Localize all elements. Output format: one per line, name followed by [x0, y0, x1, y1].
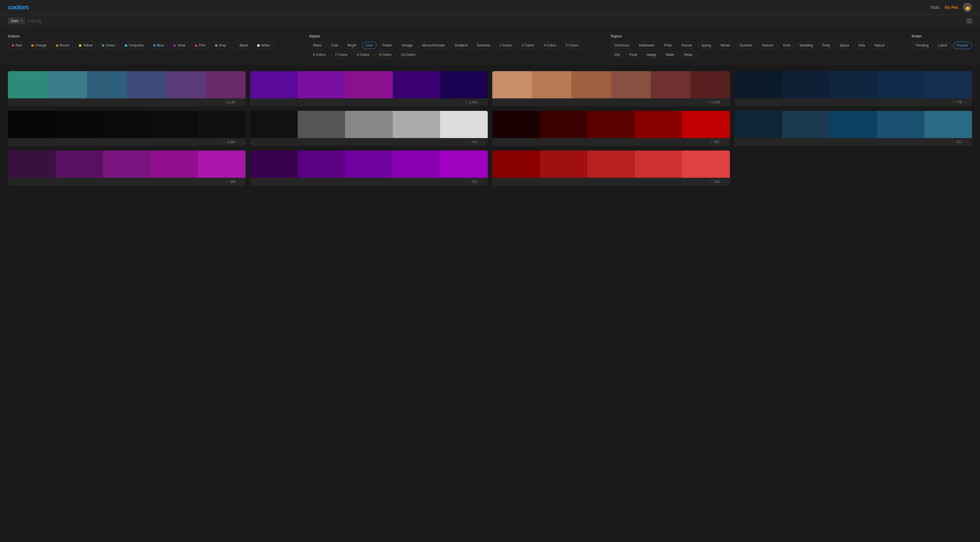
filter-style-tag[interactable]: 8 Colors	[353, 51, 374, 59]
swatch	[611, 71, 651, 99]
filter-topic-tag[interactable]: Space	[836, 42, 853, 49]
filter-order-tag[interactable]: Trending	[912, 42, 932, 49]
filter-order-tag[interactable]: Latest	[934, 42, 951, 49]
more-options-button[interactable]: ···	[480, 100, 485, 105]
filter-topic-tag[interactable]: Gold	[779, 42, 794, 49]
filter-style-tag[interactable]: 6 Colors	[309, 51, 329, 59]
like-count: ♡501	[468, 180, 477, 184]
palette-card[interactable]: ♡14.2K···	[8, 71, 245, 106]
filter-style-tag[interactable]: 9 Colors	[375, 51, 395, 59]
palette-card[interactable]: ♡470···	[250, 111, 488, 146]
filter-style-tag[interactable]: 5 Colors	[562, 42, 582, 49]
filter-topic-tag[interactable]: Relax	[680, 51, 697, 59]
filter-style-tag[interactable]: Dark	[362, 42, 377, 49]
heart-icon: ♡	[223, 140, 226, 144]
filter-color-tag[interactable]: Red	[8, 42, 25, 49]
palette-footer: ♡667···	[492, 138, 730, 146]
more-options-button[interactable]: ···	[238, 140, 243, 144]
swatch	[587, 151, 635, 178]
tools-link[interactable]: Tools	[931, 5, 940, 10]
filter-color-tag[interactable]: Brown	[52, 42, 73, 49]
filter-color-tag[interactable]: Green	[98, 42, 119, 49]
filter-topic-tag[interactable]: Spring	[698, 42, 715, 49]
palette-footer: ♡501···	[250, 178, 488, 186]
filter-style-tag[interactable]: 7 Colors	[331, 51, 352, 59]
logo[interactable]: coolors	[8, 4, 29, 11]
filter-topic-tag[interactable]: Summer	[736, 42, 756, 49]
filter-topic-tag[interactable]: Water	[662, 51, 678, 59]
like-count: ♡2,963	[465, 100, 477, 104]
palette-card[interactable]: ♡1,458···	[492, 71, 730, 106]
more-options-button[interactable]: ···	[480, 140, 485, 144]
filter-color-tag[interactable]: Violet	[170, 42, 189, 49]
swatch	[690, 71, 730, 99]
filter-color-tag[interactable]: Gray	[211, 42, 230, 49]
filter-style-tag[interactable]: Rainbow	[473, 42, 494, 49]
filter-topic-tag[interactable]: City	[611, 51, 624, 59]
palette-card[interactable]: ♡344···	[492, 151, 730, 186]
palette-card[interactable]: ♡501···	[250, 151, 488, 186]
more-options-button[interactable]: ···	[964, 140, 969, 144]
color-dot-icon	[235, 44, 238, 47]
go-pro-link[interactable]: Go Pro	[945, 5, 958, 10]
filter-topic-tag[interactable]: Christmas	[611, 42, 633, 49]
filter-style-tag[interactable]: Vintage	[398, 42, 416, 49]
filter-topic-tag[interactable]: Party	[819, 42, 834, 49]
palette-footer: ♡778···	[735, 99, 972, 106]
swatch	[782, 71, 830, 99]
filter-style-tag[interactable]: 10 Colors	[397, 51, 419, 59]
filter-color-tag[interactable]: Yellow	[75, 42, 96, 49]
filter-topic-tag[interactable]: Nature	[871, 42, 888, 49]
filter-color-tag[interactable]: White	[253, 42, 274, 49]
filter-color-tag[interactable]: Orange	[27, 42, 50, 49]
palette-card[interactable]: ♡389···	[8, 151, 245, 186]
search-input[interactable]	[27, 19, 964, 23]
menu-icon[interactable]	[966, 19, 972, 23]
filter-topic-tag[interactable]: Halloween	[635, 42, 659, 49]
filter-style-tag[interactable]: Warm	[309, 42, 326, 49]
filter-style-tag[interactable]: Pastel	[379, 42, 395, 49]
more-options-button[interactable]: ···	[480, 180, 485, 184]
palette-card[interactable]: ♡1,083···	[8, 111, 245, 146]
filter-color-tag[interactable]: Blue	[150, 42, 168, 49]
more-options-button[interactable]: ···	[238, 100, 243, 105]
filter-style-tag[interactable]: Bright	[344, 42, 360, 49]
filter-style-tag[interactable]: Monochromatic	[418, 42, 449, 49]
filter-order-tag[interactable]: Popular	[953, 42, 972, 49]
avatar[interactable]: 🧑	[963, 3, 972, 12]
palette-card[interactable]: ♡412···	[735, 111, 972, 146]
more-options-button[interactable]: ···	[722, 140, 727, 144]
filter-topic-tag[interactable]: Happy	[643, 51, 660, 59]
swatch	[829, 71, 877, 99]
filter-color-tag[interactable]: Black	[232, 42, 251, 49]
more-options-button[interactable]: ···	[722, 100, 727, 105]
palette-card[interactable]: ♡667···	[492, 111, 730, 146]
remove-tag-button[interactable]: ×	[21, 19, 22, 23]
filter-topic-tag[interactable]: Kids	[855, 42, 869, 49]
filter-topic-tag[interactable]: Pride	[660, 42, 676, 49]
filter-topic-tag[interactable]: Winter	[717, 42, 734, 49]
filter-topic-tag[interactable]: Autumn	[758, 42, 777, 49]
heart-icon: ♡	[952, 100, 955, 104]
palette-card[interactable]: ♡2,963···	[250, 71, 488, 106]
filter-order-section: Order TrendingLatestPopular	[912, 34, 972, 59]
swatch	[492, 151, 540, 178]
swatch	[345, 111, 393, 138]
filter-color-tag[interactable]: Turquoise	[121, 42, 148, 49]
filter-topic-tag[interactable]: Sunset	[678, 42, 695, 49]
more-options-button[interactable]: ···	[722, 180, 727, 184]
filter-style-tag[interactable]: 3 Colors	[518, 42, 538, 49]
filter-topic-tag[interactable]: Food	[625, 51, 641, 59]
more-options-button[interactable]: ···	[964, 100, 969, 105]
filter-style-tag[interactable]: 4 Colors	[540, 42, 560, 49]
filter-style-tag[interactable]: Gradient	[451, 42, 471, 49]
swatch	[298, 151, 345, 178]
swatch	[393, 151, 441, 178]
palette-card[interactable]: ♡778···	[735, 71, 972, 106]
like-number: 344	[714, 180, 720, 184]
filter-color-tag[interactable]: Pink	[191, 42, 209, 49]
filter-style-tag[interactable]: Cold	[328, 42, 342, 49]
filter-style-tag[interactable]: 2 Colors	[496, 42, 516, 49]
more-options-button[interactable]: ···	[238, 180, 243, 184]
filter-topic-tag[interactable]: Wedding	[796, 42, 817, 49]
